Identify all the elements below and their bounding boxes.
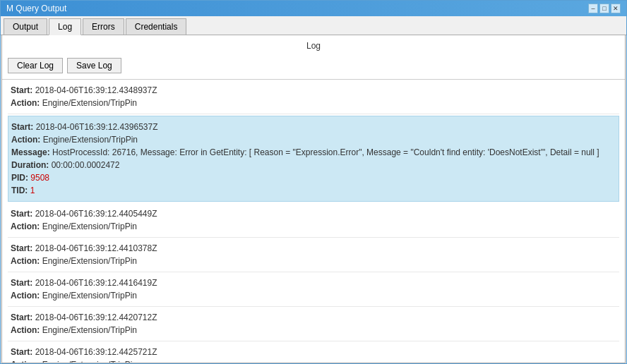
log-entry[interactable]: Start: 2018-04-06T16:39:12.4405449ZActio… [8,203,619,238]
log-field-value: Engine/Extension/TripPin [43,135,138,145]
log-field-value: 2018-04-06T16:39:12.4405449Z [35,209,157,219]
log-area[interactable]: Start: 2018-04-06T16:39:12.4348937ZActio… [2,79,625,363]
tab-log[interactable]: Log [49,18,81,35]
log-field-label: Start: [11,243,35,253]
log-field-value: 2018-04-06T16:39:12.4410378Z [35,243,157,253]
log-field-value: Engine/Extension/TripPin [42,98,137,108]
log-field-label: PID: [11,173,30,183]
toolbar: Clear Log Save Log [2,55,625,79]
log-field-label: TID: [11,186,30,195]
log-field-label: Message: [11,147,52,157]
minimize-button[interactable]: – [588,4,598,13]
log-field-label: Start: [11,209,35,219]
close-button[interactable]: ✕ [611,4,621,13]
log-title: Log [2,35,625,55]
tab-credentials[interactable]: Credentials [126,18,187,35]
log-field-label: Action: [11,98,42,108]
log-entry[interactable]: Start: 2018-04-06T16:39:12.4425721ZActio… [8,341,619,363]
log-field-value: 2018-04-06T16:39:12.4416419Z [35,278,157,288]
tab-output[interactable]: Output [4,18,47,35]
log-field-value: 2018-04-06T16:39:12.4396537Z [36,122,158,132]
log-field-label: Action: [11,325,42,335]
log-field-label: Action: [11,360,42,363]
log-field-label: Start: [11,347,35,357]
content-area: Log Clear Log Save Log Start: 2018-04-06… [1,35,626,363]
clear-log-button[interactable]: Clear Log [8,58,63,73]
log-field-label: Duration: [11,160,52,170]
log-entry[interactable]: Start: 2018-04-06T16:39:12.4410378ZActio… [8,238,619,272]
log-field-value: Engine/Extension/TripPin [42,360,137,363]
log-field-label: Action: [11,291,42,301]
log-field-label: Action: [11,222,42,231]
log-field-value: 2018-04-06T16:39:12.4425721Z [35,347,157,357]
log-field-label: Start: [11,85,35,95]
log-field-label: Action: [11,256,42,266]
log-field-label: Start: [11,122,36,132]
log-field-value: 9508 [30,173,49,183]
tab-bar: Output Log Errors Credentials [1,16,626,35]
log-field-value: 1 [30,186,35,195]
log-entry[interactable]: Start: 2018-04-06T16:39:12.4420712ZActio… [8,307,619,341]
window-title: M Query Output [6,4,66,13]
log-entry[interactable]: Start: 2018-04-06T16:39:12.4348937ZActio… [8,80,619,114]
log-field-value: Engine/Extension/TripPin [42,291,137,301]
log-field-value: HostProcessId: 26716, Message: Error in … [52,147,599,157]
log-field-value: Engine/Extension/TripPin [42,256,137,266]
log-field-label: Action: [11,135,43,145]
log-field-value: 00:00:00.0002472 [52,160,120,170]
window-controls: – □ ✕ [588,4,621,13]
log-entry[interactable]: Start: 2018-04-06T16:39:12.4416419ZActio… [8,272,619,307]
log-field-value: 2018-04-06T16:39:12.4348937Z [35,85,157,95]
log-field-label: Start: [11,278,35,288]
log-field-value: Engine/Extension/TripPin [42,325,137,335]
main-window: M Query Output – □ ✕ Output Log Errors C… [0,0,627,364]
log-field-value: Engine/Extension/TripPin [42,222,137,231]
log-field-value: 2018-04-06T16:39:12.4420712Z [35,313,157,322]
title-bar: M Query Output – □ ✕ [1,1,626,16]
log-field-label: Start: [11,313,35,322]
save-log-button[interactable]: Save Log [67,58,121,73]
tab-errors[interactable]: Errors [83,18,124,35]
log-entry[interactable]: Start: 2018-04-06T16:39:12.4396537ZActio… [8,116,619,202]
restore-button[interactable]: □ [599,4,609,13]
